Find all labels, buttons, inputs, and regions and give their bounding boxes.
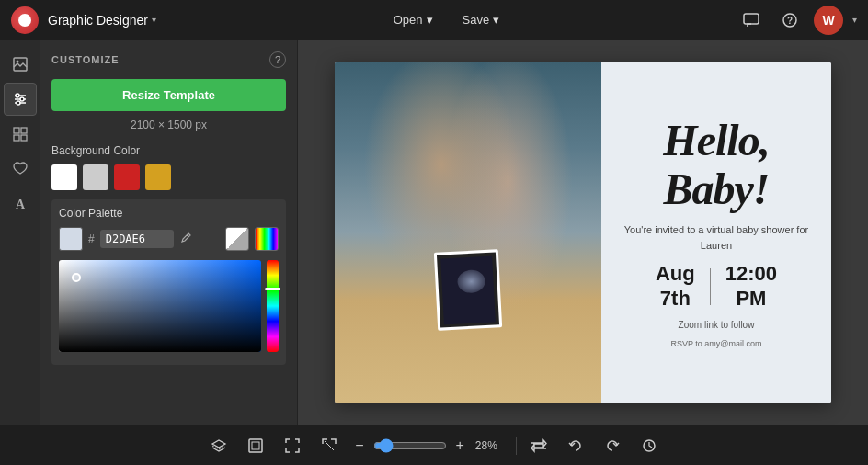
- ultrasound-glow: [457, 269, 485, 294]
- ultrasound-card: [434, 249, 502, 331]
- fullscreen-button[interactable]: [314, 431, 344, 460]
- bg-color-label: Background Color: [51, 144, 286, 157]
- hex-hash: #: [88, 232, 95, 245]
- date-day: 7th: [656, 287, 695, 311]
- solid-gradient-button[interactable]: [225, 227, 249, 251]
- color-dark-overlay: [59, 260, 261, 352]
- undo-button[interactable]: [561, 431, 590, 460]
- multi-gradient-button[interactable]: [255, 227, 279, 251]
- avatar-chevron[interactable]: ▾: [852, 15, 857, 25]
- hue-slider[interactable]: [267, 260, 279, 352]
- zoom-controls: − +: [351, 437, 468, 454]
- layers-button[interactable]: [204, 431, 234, 460]
- zoom-slider[interactable]: [373, 438, 447, 453]
- svg-text:?: ?: [787, 16, 793, 26]
- swatch-red[interactable]: [114, 164, 140, 190]
- app-logo[interactable]: [11, 6, 39, 34]
- heart-tool-button[interactable]: [4, 153, 37, 186]
- time-column: 12:00 PM: [725, 262, 777, 311]
- color-picker-area[interactable]: [59, 260, 261, 352]
- svg-point-4: [16, 61, 18, 63]
- picker-handle[interactable]: [72, 273, 81, 282]
- hue-handle: [265, 288, 280, 290]
- photo-overlay: [335, 62, 601, 403]
- swatch-white[interactable]: [51, 164, 77, 190]
- swatch-light-gray[interactable]: [83, 164, 108, 190]
- save-button[interactable]: Save ▾: [450, 9, 513, 30]
- frame-button[interactable]: [241, 431, 270, 460]
- canvas-text-area: Hello, Baby! You're invited to a virtual…: [601, 62, 831, 403]
- svg-rect-12: [21, 128, 27, 133]
- sidebar-panel: CUSTOMIZE ? Resize Template 2100 × 1500 …: [40, 40, 298, 425]
- svg-point-10: [17, 101, 20, 105]
- eyedropper-button[interactable]: [179, 232, 192, 247]
- date-column: Aug 7th: [656, 262, 695, 311]
- logo-inner: [18, 14, 31, 27]
- gradient-buttons: [225, 227, 279, 251]
- hex-input[interactable]: [100, 230, 174, 248]
- text-tool-button[interactable]: A: [4, 187, 37, 221]
- grid-tool-button[interactable]: [4, 118, 37, 151]
- canvas-area[interactable]: Hello, Baby! You're invited to a virtual…: [298, 40, 868, 425]
- svg-line-16: [187, 235, 188, 237]
- svg-point-8: [16, 94, 19, 97]
- datetime-divider: [710, 268, 711, 305]
- date-month: Aug: [656, 262, 695, 286]
- image-tool-button[interactable]: [4, 48, 37, 81]
- bottom-bar: − + 28%: [0, 425, 868, 465]
- redo-button[interactable]: [598, 431, 627, 460]
- topbar: Graphic Designer ▾ Open ▾ Save ▾ ? W ▾: [0, 0, 868, 40]
- fit-button[interactable]: [278, 431, 307, 460]
- history-button[interactable]: [634, 431, 664, 460]
- time-ampm: PM: [725, 287, 777, 311]
- sidebar-title: CUSTOMIZE: [51, 54, 120, 65]
- swatch-yellow[interactable]: [145, 164, 171, 190]
- chat-button[interactable]: [737, 6, 766, 35]
- dimensions-display: 2100 × 1500 px: [51, 119, 286, 131]
- sidebar-help-button[interactable]: ?: [269, 51, 286, 68]
- hello-baby-text: Hello, Baby!: [620, 117, 813, 214]
- topbar-right: ? W ▾: [737, 6, 857, 35]
- svg-rect-13: [14, 135, 19, 141]
- separator-1: [516, 437, 517, 455]
- color-swatches: [51, 164, 286, 190]
- design-canvas: Hello, Baby! You're invited to a virtual…: [335, 62, 831, 403]
- color-palette-header: Color Palette: [59, 207, 279, 220]
- resize-template-button[interactable]: Resize Template: [51, 79, 286, 111]
- canvas-photo: [335, 62, 601, 403]
- zoom-in-button[interactable]: +: [452, 437, 468, 454]
- invite-text: You're invited to a virtual baby shower …: [620, 222, 813, 253]
- hex-color-swatch[interactable]: [59, 227, 83, 251]
- svg-point-9: [20, 97, 24, 101]
- svg-rect-18: [252, 442, 259, 449]
- date-time-display: Aug 7th 12:00 PM: [656, 262, 777, 311]
- app-title: Graphic Designer: [48, 13, 148, 28]
- hex-row: #: [59, 227, 279, 251]
- svg-rect-14: [21, 135, 27, 141]
- color-palette-panel: Color Palette #: [51, 199, 286, 365]
- color-picker-row: [59, 260, 279, 357]
- svg-text:A: A: [16, 198, 26, 211]
- open-button[interactable]: Open ▾: [381, 9, 446, 30]
- avatar[interactable]: W: [814, 6, 843, 35]
- main-content: A CUSTOMIZE ? Resize Template 2100 × 150…: [0, 40, 868, 425]
- zoom-label: 28%: [475, 439, 508, 452]
- time-hour: 12:00: [725, 262, 777, 286]
- zoom-text: Zoom link to follow: [679, 320, 755, 330]
- help-button[interactable]: ?: [775, 6, 805, 35]
- svg-rect-11: [14, 128, 19, 133]
- ultrasound-image: [440, 255, 496, 324]
- repeat-button[interactable]: [524, 431, 554, 460]
- svg-rect-17: [249, 439, 262, 452]
- icon-bar: A: [0, 40, 40, 425]
- svg-rect-0: [744, 14, 759, 24]
- topbar-center: Open ▾ Save ▾: [156, 9, 737, 30]
- sidebar-header: CUSTOMIZE ?: [51, 51, 286, 68]
- customize-tool-button[interactable]: [4, 83, 37, 116]
- rsvp-text: RSVP to amy@mail.com: [671, 339, 762, 348]
- zoom-out-button[interactable]: −: [351, 437, 367, 454]
